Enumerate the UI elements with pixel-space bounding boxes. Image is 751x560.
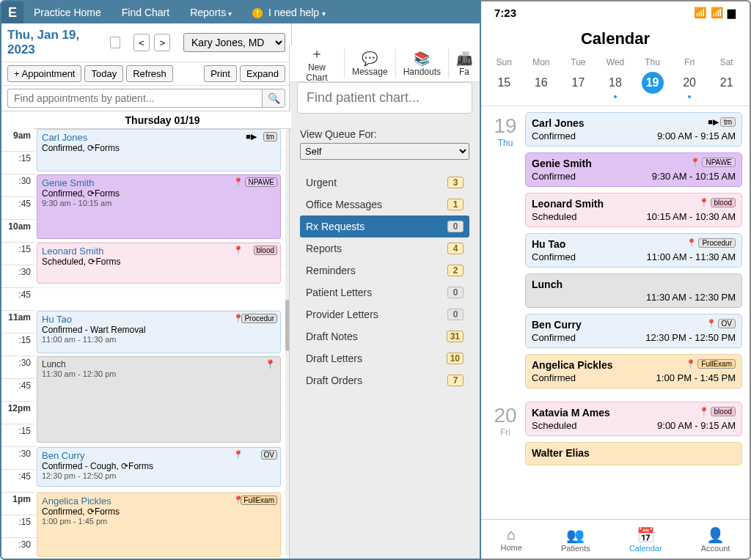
search-button[interactable]: 🔍 (262, 89, 285, 108)
print-button[interactable]: Print (204, 65, 237, 82)
mobile-appointment-card[interactable]: Angelica Pickles📍FullExamConfirmed1:00 P… (525, 354, 742, 388)
view-queue-select[interactable]: Self (300, 143, 469, 160)
queue-count: 31 (447, 331, 464, 342)
queue-row[interactable]: Reminders2 (300, 259, 469, 281)
week-day[interactable]: Sun15 (489, 57, 519, 98)
account-icon: 👤 (701, 526, 730, 544)
message-button[interactable]: 💬Message (344, 49, 395, 78)
provider-select[interactable]: Kary Jones, MD (183, 33, 285, 52)
queue-row[interactable]: Draft Letters10 (300, 347, 469, 369)
queue-row[interactable]: Reports4 (300, 237, 469, 259)
nav-link[interactable]: Practice Home (23, 7, 111, 18)
message-icon: 💬 (352, 51, 388, 67)
queue-row[interactable]: Draft Orders7 (300, 369, 469, 391)
week-day[interactable]: Mon16 (527, 57, 556, 98)
time-slot: :30 (1, 174, 34, 197)
date-label: 20Fri (488, 406, 522, 438)
mobile-appointment-card[interactable]: Ben Curry📍OVConfirmed12:30 PM - 12:50 PM (525, 314, 742, 348)
queue-label: Draft Orders (306, 375, 362, 386)
chip: OV (718, 319, 736, 328)
new-chart-icon: ＋ (297, 45, 337, 62)
appt-time: 1:00 PM - 1:45 PM (656, 372, 736, 383)
week-day[interactable]: Fri20 (675, 57, 704, 98)
time-slot: :45 (1, 379, 34, 402)
queue-row[interactable]: Rx Requests0 (300, 215, 469, 237)
queue-label: Draft Notes (306, 331, 358, 342)
week-day[interactable]: Tue17 (563, 57, 593, 98)
queue-row[interactable]: Urgent3 (300, 172, 469, 194)
week-day[interactable]: Wed18 (601, 57, 630, 98)
current-date: Thu, Jan 19, 2023 (7, 28, 103, 57)
calendar-icon[interactable] (110, 37, 121, 48)
tab-home[interactable]: ⌂Home (501, 526, 522, 552)
mobile-appointment-card[interactable]: Leonard Smith📍bloodScheduled10:15 AM - 1… (525, 193, 742, 227)
nav-help[interactable]: ! I need help ▾ (242, 7, 336, 18)
find-patient-chart-input[interactable]: Find patient chart... (297, 82, 472, 114)
appointment-block[interactable]: Genie SmithConfirmed, ⟳Forms9:30 am - 10… (37, 174, 281, 239)
calendar-icon: 📅 (629, 526, 662, 544)
appt-status: Confirmed, ⟳Forms (42, 506, 276, 517)
mobile-appointment-card[interactable]: Hu Tao📍ProcedurConfirmed11:00 AM - 11:30… (525, 233, 742, 268)
appointment-block[interactable]: Leonard SmithScheduled, ⟳Formsblood📍 (37, 243, 281, 284)
appt-tag: FullExam (241, 495, 277, 505)
add-appointment-button[interactable]: + Appointment (7, 65, 81, 82)
queue-count: 1 (447, 199, 464, 210)
appt-tag: NPAWE (245, 177, 277, 187)
appt-status: Confirmed (532, 372, 576, 383)
appt-time: 9:30 am - 10:15 am (42, 199, 276, 207)
tab-patients[interactable]: 👥Patients (561, 526, 590, 553)
patient-name: Lunch (532, 279, 563, 290)
queue-row[interactable]: Office Messages1 (300, 194, 469, 215)
mobile-appointment-card[interactable]: Walter Elias (525, 442, 742, 465)
appt-status: Confirmed, ⟳Forms (42, 143, 276, 153)
time-slot: :30 (1, 265, 34, 288)
queue-row[interactable]: Provider Letters0 (300, 303, 469, 325)
appt-time: 11:00 am - 11:30 am (42, 335, 276, 344)
appt-status: Confirmed (532, 332, 576, 343)
appointment-block[interactable]: Carl JonesConfirmed, ⟳Formstm■▶ (37, 129, 281, 172)
time-slot: :30 (1, 356, 34, 379)
time-slot: :15 (1, 243, 34, 265)
mobile-appointment-card[interactable]: Carl Jones■▶tmConfirmed9:00 AM - 9:15 AM (525, 112, 742, 147)
status-bar: 7:23 📶 📶 ▆ (481, 1, 750, 23)
refresh-button[interactable]: Refresh (126, 65, 173, 82)
appointment-block[interactable]: Ben CurryConfirmed - Cough, ⟳Forms12:30 … (37, 447, 281, 487)
appointment-block[interactable]: Hu TaoConfirmed - Wart Removal11:00 am -… (37, 311, 281, 353)
appt-status: Confirmed (532, 171, 576, 182)
today-button[interactable]: Today (84, 65, 123, 82)
week-day[interactable]: Thu19 (638, 57, 667, 98)
date-label: 19Thu (488, 117, 522, 149)
mobile-appointment-card[interactable]: Katavia M Ames📍bloodScheduled9:00 AM - 9… (525, 402, 742, 436)
time-slot: 9am (1, 129, 34, 152)
queue-row[interactable]: Draft Notes31 (300, 325, 469, 347)
expand-button[interactable]: Expand (240, 65, 285, 82)
prev-day-button[interactable]: < (133, 34, 150, 51)
tab-account[interactable]: 👤Account (701, 526, 730, 553)
handouts-button[interactable]: 📚Handouts (395, 49, 448, 78)
chip: Procedur (698, 238, 736, 248)
patient-name: Carl Jones (42, 132, 276, 143)
new-chart-button[interactable]: ＋New Chart (290, 43, 344, 84)
appointment-block[interactable]: Angelica PicklesConfirmed, ⟳Forms1:00 pm… (37, 493, 281, 557)
appointment-search-input[interactable] (7, 89, 262, 108)
pin-icon: 📍 (233, 314, 243, 323)
appointment-block[interactable]: Lunch11:30 am - 12:30 pm📍 (37, 356, 281, 443)
time-slot: :30 (1, 447, 34, 470)
mobile-appointment-card[interactable]: Lunch11:30 AM - 12:30 PM (525, 273, 742, 308)
queue-row[interactable]: Patient Letters0 (300, 281, 469, 303)
next-day-button[interactable]: > (154, 34, 170, 51)
patient-name: Hu Tao (532, 238, 565, 250)
mobile-appointment-card[interactable]: Genie Smith📍NPAWEConfirmed9:30 AM - 10:1… (525, 152, 742, 187)
desktop-app: E Practice HomeFind ChartReports ! I nee… (0, 0, 481, 560)
appt-tag: OV (261, 450, 277, 460)
nav-link[interactable]: Find Chart (111, 7, 180, 18)
appt-status: Confirmed (532, 251, 576, 262)
fa-button[interactable]: 📠Fa (448, 49, 480, 78)
appt-status: Confirmed - Wart Removal (42, 325, 276, 335)
tab-calendar[interactable]: 📅Calendar (629, 526, 662, 553)
patient-name: Genie Smith (532, 158, 592, 169)
appt-status: Scheduled, ⟳Forms (42, 257, 276, 267)
appt-status: Confirmed - Cough, ⟳Forms (42, 461, 276, 471)
week-day[interactable]: Sat21 (712, 57, 741, 98)
nav-link[interactable]: Reports (180, 7, 242, 18)
